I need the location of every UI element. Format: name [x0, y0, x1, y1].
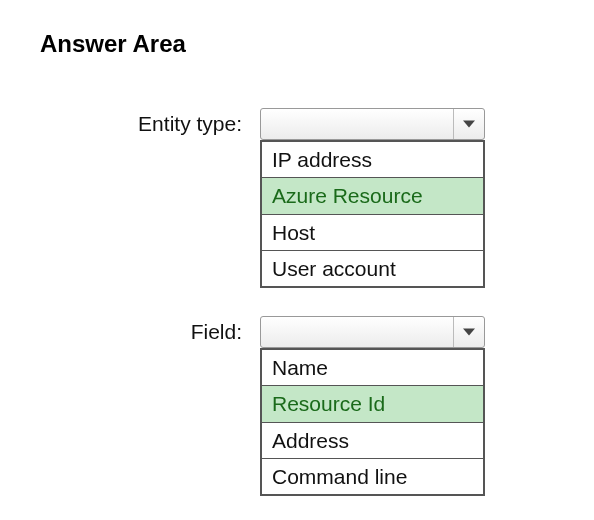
dropdown-option[interactable]: Azure Resource [262, 178, 483, 214]
dropdown-wrap: IP addressAzure ResourceHostUser account [260, 108, 485, 288]
field-label: Field: [40, 316, 260, 348]
dropdown-option[interactable]: Name [262, 350, 483, 386]
dropdown-divider [453, 317, 454, 347]
dropdown-wrap: NameResource IdAddressCommand line [260, 316, 485, 496]
dropdown-list: NameResource IdAddressCommand line [260, 348, 485, 496]
dropdown-option[interactable]: Host [262, 215, 483, 251]
field-label: Entity type: [40, 108, 260, 140]
chevron-down-icon [462, 117, 476, 131]
dropdown-option[interactable]: Command line [262, 459, 483, 494]
svg-marker-0 [463, 120, 475, 127]
dropdown-list: IP addressAzure ResourceHostUser account [260, 140, 485, 288]
dropdown-toggle[interactable] [260, 108, 485, 140]
svg-marker-1 [463, 329, 475, 336]
page-title: Answer Area [40, 30, 564, 58]
dropdown-option[interactable]: Resource Id [262, 386, 483, 422]
dropdown-option[interactable]: User account [262, 251, 483, 286]
dropdown-option[interactable]: IP address [262, 142, 483, 178]
dropdown-option[interactable]: Address [262, 423, 483, 459]
form-area: Entity type:IP addressAzure ResourceHost… [40, 108, 564, 496]
dropdown-toggle[interactable] [260, 316, 485, 348]
form-row: Entity type:IP addressAzure ResourceHost… [40, 108, 564, 288]
chevron-down-icon [462, 325, 476, 339]
form-row: Field:NameResource IdAddressCommand line [40, 316, 564, 496]
dropdown-divider [453, 109, 454, 139]
